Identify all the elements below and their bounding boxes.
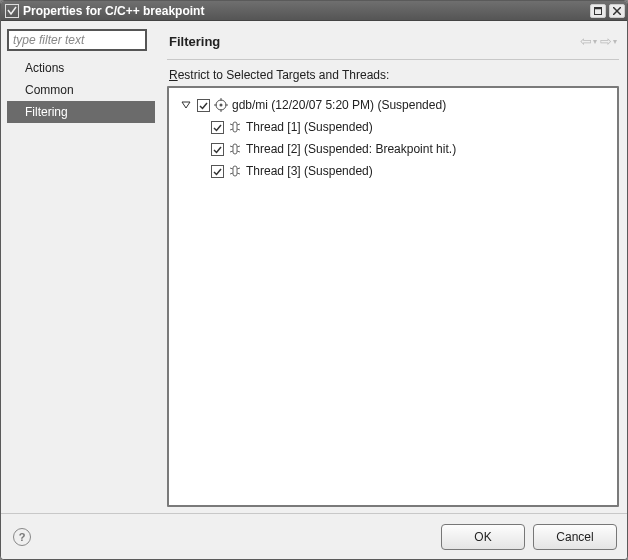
- titlebar: Properties for C/C++ breakpoint: [1, 1, 627, 21]
- back-button[interactable]: ⇦▾: [579, 33, 597, 49]
- dialog-body: Actions Common Filtering Filtering ⇦▾ ⇨▾…: [1, 21, 627, 513]
- page-title: Filtering: [169, 34, 577, 49]
- tree-expand-icon[interactable]: [179, 98, 193, 112]
- dialog-footer: ? OK Cancel: [1, 513, 627, 559]
- tree-checkbox[interactable]: [197, 99, 210, 112]
- tree-node-label[interactable]: gdb/mi (12/20/07 5:20 PM) (Suspended): [232, 98, 446, 112]
- section-label: Restrict to Selected Targets and Threads…: [165, 68, 621, 86]
- thread-icon: [228, 120, 242, 134]
- close-button[interactable]: [609, 4, 625, 18]
- filter-input[interactable]: [7, 29, 147, 51]
- dialog-window: Properties for C/C++ breakpoint Actions …: [0, 0, 628, 560]
- maximize-button[interactable]: [590, 4, 606, 18]
- ok-button[interactable]: OK: [441, 524, 525, 550]
- tree-node-label[interactable]: Thread [3] (Suspended): [246, 164, 373, 178]
- svg-marker-4: [182, 102, 190, 108]
- tree-row-thread: Thread [1] (Suspended): [173, 116, 613, 138]
- nav-list: Actions Common Filtering: [7, 57, 155, 123]
- tree-node-label[interactable]: Thread [1] (Suspended): [246, 120, 373, 134]
- nav-item-actions[interactable]: Actions: [7, 57, 155, 79]
- page-header: Filtering ⇦▾ ⇨▾: [165, 27, 621, 59]
- tree-node-label[interactable]: Thread [2] (Suspended: Breakpoint hit.): [246, 142, 456, 156]
- tree-checkbox[interactable]: [211, 121, 224, 134]
- svg-rect-16: [233, 144, 237, 154]
- nav-item-filtering[interactable]: Filtering: [7, 101, 155, 123]
- tree-checkbox[interactable]: [211, 143, 224, 156]
- sidebar: Actions Common Filtering: [7, 27, 159, 513]
- svg-rect-11: [233, 122, 237, 132]
- targets-tree[interactable]: gdb/mi (12/20/07 5:20 PM) (Suspended): [167, 86, 619, 507]
- forward-button[interactable]: ⇨▾: [599, 33, 617, 49]
- page-panel: Filtering ⇦▾ ⇨▾ Restrict to Selected Tar…: [165, 27, 621, 513]
- tree-row-thread: Thread [3] (Suspended): [173, 160, 613, 182]
- divider: [167, 59, 619, 60]
- nav-item-common[interactable]: Common: [7, 79, 155, 101]
- debug-target-icon: [214, 98, 228, 112]
- tree-row-root: gdb/mi (12/20/07 5:20 PM) (Suspended): [173, 94, 613, 116]
- help-icon[interactable]: ?: [13, 528, 31, 546]
- thread-icon: [228, 142, 242, 156]
- thread-icon: [228, 164, 242, 178]
- tree-row-thread: Thread [2] (Suspended: Breakpoint hit.): [173, 138, 613, 160]
- svg-point-6: [220, 104, 223, 107]
- properties-icon: [5, 4, 19, 18]
- svg-rect-21: [233, 166, 237, 176]
- tree-checkbox[interactable]: [211, 165, 224, 178]
- window-title: Properties for C/C++ breakpoint: [23, 4, 587, 18]
- cancel-button[interactable]: Cancel: [533, 524, 617, 550]
